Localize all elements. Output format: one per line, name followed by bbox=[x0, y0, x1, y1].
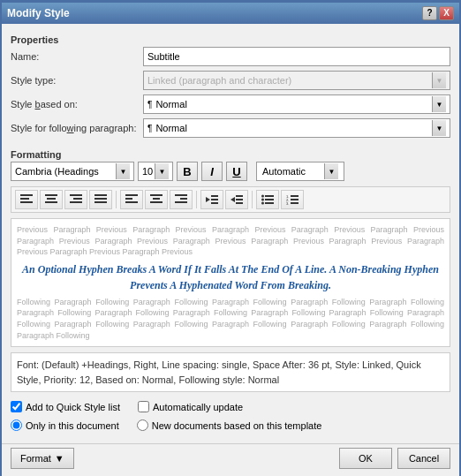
color-value: Automatic bbox=[262, 166, 306, 177]
name-row: Name: bbox=[11, 47, 450, 66]
name-input[interactable] bbox=[143, 47, 450, 66]
style-based-dropdown[interactable]: ¶ Normal ▼ bbox=[143, 94, 450, 114]
list-number-button[interactable]: 1. 2. 3. bbox=[281, 190, 304, 209]
help-button[interactable]: ? bbox=[422, 6, 437, 20]
properties-label: Properties bbox=[11, 34, 450, 45]
preview-box: Previous Paragraph Previous Paragraph Pr… bbox=[11, 218, 450, 347]
ok-cancel-group: OK Cancel bbox=[339, 448, 450, 469]
para-icon-2: ¶ bbox=[147, 124, 152, 133]
align-right-button[interactable] bbox=[64, 190, 87, 209]
svg-marker-21 bbox=[206, 197, 210, 202]
close-button[interactable]: X bbox=[439, 6, 454, 20]
style-based-value: ¶ Normal bbox=[147, 99, 187, 110]
style-following-label: Style for following paragraph: bbox=[11, 123, 143, 133]
auto-update-label[interactable]: Automatically update bbox=[153, 402, 243, 412]
svg-rect-12 bbox=[125, 194, 138, 196]
title-bar-buttons: ? X bbox=[422, 6, 454, 20]
svg-rect-7 bbox=[73, 198, 82, 200]
align-right-2-button[interactable] bbox=[170, 190, 193, 209]
align-center-2-button[interactable] bbox=[145, 190, 168, 209]
svg-rect-20 bbox=[175, 201, 187, 203]
size-dropdown[interactable]: 10 ▼ bbox=[138, 162, 173, 181]
justify-button[interactable] bbox=[89, 190, 112, 209]
indent-increase-button[interactable] bbox=[200, 190, 223, 209]
svg-rect-1 bbox=[20, 198, 29, 200]
auto-update-item: Automatically update bbox=[138, 401, 243, 412]
svg-rect-15 bbox=[150, 194, 162, 196]
toolbar-divider-3 bbox=[252, 191, 253, 208]
bottom-buttons-bar: Format ▼ OK Cancel bbox=[2, 443, 459, 476]
format-label: Format bbox=[20, 453, 51, 464]
only-in-doc-item: Only in this document bbox=[11, 419, 119, 431]
italic-button[interactable]: I bbox=[201, 162, 223, 181]
formatting-toolbar-row: Cambria (Headings ▼ 10 ▼ B I U Automatic… bbox=[11, 162, 450, 181]
alignment-toolbar: 1. 2. 3. bbox=[11, 186, 450, 213]
svg-rect-22 bbox=[211, 195, 218, 197]
color-dropdown[interactable]: Automatic ▼ bbox=[256, 162, 344, 181]
name-label: Name: bbox=[11, 51, 143, 62]
preview-following: Following Paragraph Following Paragraph … bbox=[17, 297, 444, 341]
new-template-label[interactable]: New documents based on this template bbox=[152, 420, 322, 431]
list-bullet-button[interactable] bbox=[256, 190, 279, 209]
style-based-arrow: ▼ bbox=[432, 96, 446, 112]
svg-rect-6 bbox=[70, 194, 82, 196]
dialog-content: Properties Name: Style type: Linked (par… bbox=[2, 24, 459, 443]
style-type-arrow: ▼ bbox=[432, 72, 446, 88]
align-left-button[interactable] bbox=[15, 190, 38, 209]
style-based-label: Style based on: bbox=[11, 99, 143, 110]
svg-rect-18 bbox=[175, 194, 187, 196]
svg-rect-3 bbox=[45, 194, 57, 196]
svg-rect-10 bbox=[94, 198, 107, 200]
svg-rect-40 bbox=[291, 202, 299, 204]
svg-point-31 bbox=[261, 199, 264, 201]
align-center-button[interactable] bbox=[40, 190, 63, 209]
svg-rect-36 bbox=[291, 195, 299, 197]
color-arrow: ▼ bbox=[324, 163, 338, 179]
only-in-doc-label[interactable]: Only in this document bbox=[26, 420, 119, 431]
svg-rect-23 bbox=[211, 199, 218, 200]
svg-point-29 bbox=[261, 195, 264, 198]
style-following-value: ¶ Normal bbox=[147, 123, 187, 133]
svg-rect-30 bbox=[265, 195, 274, 197]
new-template-radio[interactable] bbox=[137, 419, 148, 431]
svg-rect-14 bbox=[125, 201, 138, 203]
ok-button[interactable]: OK bbox=[339, 448, 392, 469]
dialog-title: Modify Style bbox=[7, 7, 70, 19]
svg-text:3.: 3. bbox=[286, 201, 289, 205]
svg-rect-34 bbox=[265, 202, 274, 204]
formatting-section: Formatting Cambria (Headings ▼ 10 ▼ B I … bbox=[11, 146, 450, 397]
svg-rect-38 bbox=[291, 199, 299, 200]
style-type-dropdown[interactable]: Linked (paragraph and character) ▼ bbox=[143, 71, 450, 90]
style-based-row: Style based on: ¶ Normal ▼ bbox=[11, 94, 450, 114]
style-following-dropdown[interactable]: ¶ Normal ▼ bbox=[143, 118, 450, 138]
style-type-row: Style type: Linked (paragraph and charac… bbox=[11, 71, 450, 90]
add-quick-style-label[interactable]: Add to Quick Style list bbox=[26, 402, 120, 412]
cancel-button[interactable]: Cancel bbox=[397, 448, 450, 469]
style-type-label: Style type: bbox=[11, 75, 143, 86]
font-dropdown[interactable]: Cambria (Headings ▼ bbox=[11, 162, 134, 181]
new-template-item: New documents based on this template bbox=[137, 419, 322, 431]
style-following-row: Style for following paragraph: ¶ Normal … bbox=[11, 118, 450, 138]
format-button[interactable]: Format ▼ bbox=[11, 448, 74, 469]
svg-rect-2 bbox=[20, 201, 33, 203]
radio-options-row: Only in this document New documents base… bbox=[11, 419, 450, 431]
bold-button[interactable]: B bbox=[177, 162, 198, 181]
checkbox-options-row: Add to Quick Style list Automatically up… bbox=[11, 401, 450, 412]
align-left-2-button[interactable] bbox=[120, 190, 143, 209]
format-arrow-icon: ▼ bbox=[55, 453, 64, 464]
add-quick-style-checkbox[interactable] bbox=[11, 401, 22, 412]
toolbar-divider-1 bbox=[116, 191, 117, 208]
svg-point-33 bbox=[261, 202, 264, 205]
only-in-doc-radio[interactable] bbox=[11, 419, 22, 431]
font-value: Cambria (Headings bbox=[15, 166, 99, 177]
size-value: 10 bbox=[142, 166, 153, 177]
svg-rect-32 bbox=[265, 199, 274, 200]
svg-rect-28 bbox=[236, 202, 243, 204]
svg-rect-24 bbox=[211, 202, 218, 204]
toolbar-divider-2 bbox=[196, 191, 197, 208]
auto-update-checkbox[interactable] bbox=[138, 401, 149, 412]
font-arrow: ▼ bbox=[116, 163, 130, 179]
underline-button[interactable]: U bbox=[226, 162, 247, 181]
svg-rect-9 bbox=[94, 194, 107, 196]
indent-decrease-button[interactable] bbox=[225, 190, 248, 209]
